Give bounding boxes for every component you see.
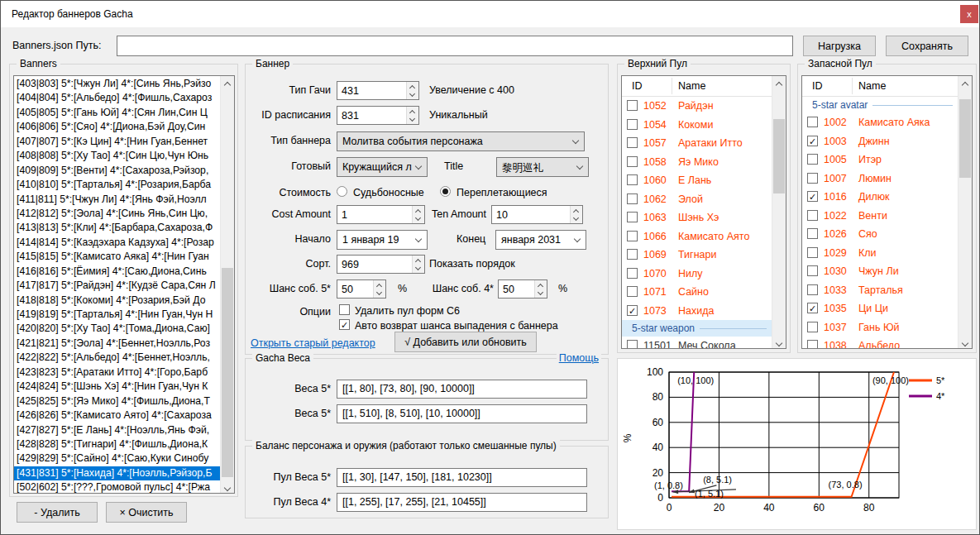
delete-banner-button[interactable]: - Удалить: [17, 502, 98, 523]
clear-banners-button[interactable]: × Очистить: [106, 502, 187, 523]
pool-weights4-input[interactable]: [[1, 255], [17, 255], [21, 10455]]: [337, 493, 587, 512]
add-update-button[interactable]: √ Добавить или обновить: [394, 332, 537, 352]
banner-list-item[interactable]: [410|810] 5*:[Тарталья] 4*:[Розария,Барб…: [14, 178, 220, 192]
pool-checkbox[interactable]: [807, 173, 818, 184]
pool-row[interactable]: 1063Шэнь Хэ: [622, 208, 772, 227]
pool-checkbox[interactable]: [807, 117, 818, 127]
pool-checkbox[interactable]: [807, 210, 818, 221]
pool-checkbox[interactable]: [807, 322, 818, 332]
pool-row[interactable]: ✓1003Джинн: [802, 132, 958, 151]
pool-checkbox[interactable]: [627, 212, 638, 222]
reserve-pool-scrollbar[interactable]: [958, 76, 972, 348]
pool-checkbox[interactable]: [627, 231, 638, 241]
pool-checkbox[interactable]: [627, 340, 638, 348]
scrollbar-thumb[interactable]: [222, 268, 233, 477]
upper-pool-table[interactable]: ID Name 1052Райдэн1054Кокоми1057Аратаки …: [621, 75, 786, 349]
option-auto-return-checkbox[interactable]: ✓: [339, 319, 350, 330]
pool-checkbox[interactable]: [807, 154, 818, 165]
banner-list-item[interactable]: [411|811] 5*:[Чжун Ли] 4*:[Янь Фэй,Ноэлл: [14, 193, 220, 207]
pool-checkbox[interactable]: [627, 156, 638, 167]
pool-row[interactable]: 1069Тигнари: [622, 246, 772, 265]
pool-row[interactable]: 1066Камисато Аято: [622, 227, 772, 246]
scroll-up-icon[interactable]: [772, 76, 786, 90]
pool-checkbox[interactable]: [807, 265, 818, 276]
spinner-arrows-icon[interactable]: [570, 206, 582, 223]
pool-row[interactable]: 1029Кли: [802, 244, 958, 263]
scroll-down-icon[interactable]: [221, 479, 234, 493]
pool-row[interactable]: 1062Элой: [622, 190, 772, 209]
pool-row[interactable]: 1052Райдэн: [622, 97, 772, 116]
pool-checkbox[interactable]: [627, 286, 638, 297]
banner-list-item[interactable]: [408|808] 5*:[Ху Тао] 4*:[Син Цю,Чун Юнь: [14, 149, 220, 163]
scroll-up-icon[interactable]: [221, 76, 234, 90]
banners-scrollbar[interactable]: [220, 76, 234, 493]
pool-checkbox[interactable]: ✓: [627, 305, 638, 316]
banner-list-item[interactable]: [404|804] 5*:[Альбедо] 4*:[Фишль,Сахароз: [14, 91, 220, 105]
pool-row[interactable]: 1022Венти: [802, 207, 958, 226]
pool-row[interactable]: 1026Сяо: [802, 225, 958, 244]
banner-list-item[interactable]: [409|809] 5*:[Венти] 4*:[Сахароза,Рэйзор…: [14, 164, 220, 178]
path-input[interactable]: [117, 36, 793, 56]
upper-pool-scrollbar[interactable]: [772, 76, 786, 348]
help-link[interactable]: Помощь: [557, 352, 601, 364]
reserve-pool-table[interactable]: ID Name 5-star avatar1002Камисато Аяка✓1…: [801, 75, 973, 349]
banner-list-item[interactable]: [502|602] 5*:[???,Громовой пульс] 4*:[Рж…: [14, 480, 220, 493]
pool-checkbox[interactable]: [627, 119, 638, 130]
pool-row[interactable]: 1005Итэр: [802, 150, 958, 170]
banner-type-select[interactable]: Молитва события персонажа: [337, 131, 585, 151]
banner-list-item[interactable]: [417|817] 5*:[Райдэн] 4*:[Кудзё Сара,Сян…: [14, 279, 220, 293]
pool-row[interactable]: 11501Меч Сокола: [622, 337, 772, 348]
pool-row[interactable]: 1070Нилу: [622, 265, 772, 284]
pool-checkbox[interactable]: [627, 249, 638, 260]
pool-checkbox[interactable]: ✓: [807, 191, 818, 202]
pool-row[interactable]: ✓1035Ци Ци: [802, 299, 958, 318]
spinner-arrows-icon[interactable]: [406, 107, 418, 124]
pool-row[interactable]: 1038Альбедо: [802, 337, 958, 348]
chance5-spinner[interactable]: 50: [337, 279, 386, 299]
pool-row[interactable]: ✓1016Дилюк: [802, 188, 958, 207]
banner-list-item[interactable]: [425|825] 5*:[Яэ Мико] 4*:[Фишль,Диона,Т: [14, 394, 220, 408]
pool-checkbox[interactable]: [627, 174, 638, 185]
pool-row[interactable]: ✓1073Нахида: [622, 302, 772, 321]
cost-amount-spinner[interactable]: 1: [337, 205, 425, 224]
banner-list-item[interactable]: [429|829] 5*:[Сайно] 4*:[Саю,Куки Синобу: [14, 451, 220, 466]
chance4-spinner[interactable]: 50: [498, 279, 547, 299]
banner-list-item[interactable]: [422|822] 5*:[Альбедо] 4*:[Беннет,Ноэлль…: [14, 351, 220, 365]
spinner-arrows-icon[interactable]: [412, 256, 424, 273]
cost-radio-intertwined[interactable]: [440, 186, 451, 197]
pool-checkbox[interactable]: [807, 228, 818, 239]
cost-radio-fateful[interactable]: [337, 186, 347, 197]
save-button[interactable]: Сохранять: [886, 36, 968, 56]
sort-spinner[interactable]: 969: [337, 255, 425, 274]
pool-checkbox[interactable]: [627, 137, 638, 148]
weights5-input[interactable]: [[1, 80], [73, 80], [90, 10000]]: [337, 380, 587, 399]
pool-row[interactable]: 1033Тарталья: [802, 281, 958, 300]
end-date-select[interactable]: января 2031: [495, 230, 586, 250]
begin-date-select[interactable]: 1 января 19: [337, 230, 428, 250]
scroll-up-icon[interactable]: [958, 76, 972, 90]
banner-list-item[interactable]: [427|827] 5*:[Е Лань] 4*:[Ноэлль,Янь Фэй…: [14, 423, 220, 437]
pool-checkbox[interactable]: [627, 193, 638, 204]
pool-row[interactable]: 1057Аратаки Итто: [622, 134, 772, 153]
pool-row[interactable]: 1071Сайно: [622, 283, 772, 302]
spinner-arrows-icon[interactable]: [373, 280, 385, 298]
banners-listbox[interactable]: [403|803] 5*:[Чжун Ли] 4*:[Синь Янь,Рэйз…: [13, 75, 235, 494]
pool-row[interactable]: 1054Кокоми: [622, 116, 772, 135]
pool-row[interactable]: 1007Люмин: [802, 170, 958, 189]
load-button[interactable]: Нагрузка: [803, 36, 876, 56]
banner-list-item[interactable]: [421|821] 5*:[Эола] 4*:[Беннет,Ноэлль,Ро…: [14, 337, 220, 351]
close-button[interactable]: x: [960, 5, 978, 23]
banner-list-item[interactable]: [414|814] 5*:[Каэдэхара Кадзуха] 4*:[Роз…: [14, 236, 220, 250]
pool-checkbox[interactable]: ✓: [807, 136, 818, 146]
pool-row[interactable]: 1037Гань Юй: [802, 318, 958, 337]
banner-list-item[interactable]: [416|816] 5*:[Ёимия] 4*:[Саю,Диона,Синь: [14, 265, 220, 279]
pool-weights5-input[interactable]: [[1, 30], [147, 150], [181, 10230]]: [337, 468, 587, 487]
pool-checkbox[interactable]: [627, 100, 638, 111]
prefab-select[interactable]: Кружащийся л: [337, 157, 428, 177]
scrollbar-thumb[interactable]: [959, 99, 971, 178]
banner-list-item[interactable]: [407|807] 5*:[Кэ Цин] 4*:[Нин Гуан,Бенне…: [14, 135, 220, 149]
option-remove-c6-checkbox[interactable]: [339, 304, 350, 315]
pool-checkbox[interactable]: ✓: [807, 303, 818, 313]
banner-list-item[interactable]: [413|813] 5*:[Кли] 4*:[Барбара,Сахароза,…: [14, 221, 220, 235]
banner-list-item[interactable]: [419|819] 5*:[Тарталья] 4*:[Нин Гуан,Чун…: [14, 308, 220, 322]
